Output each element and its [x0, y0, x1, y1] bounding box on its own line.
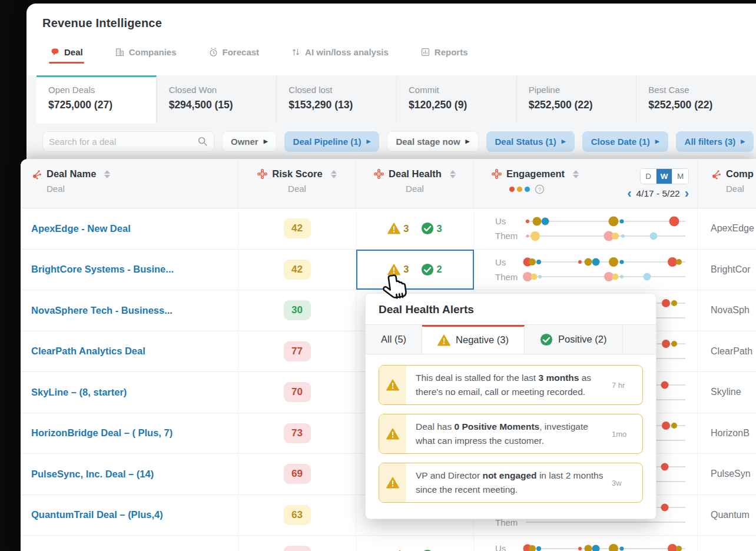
column-header-deal-name[interactable]: Deal Name Deal [21, 159, 238, 208]
engagement-dot [662, 421, 670, 430]
engagement-dot [578, 260, 582, 264]
company-cell: Quantum [698, 495, 756, 536]
legend-dot [525, 187, 530, 192]
filter-chip-close-date-1[interactable]: Close Date (1)▶ [582, 131, 668, 152]
deal-name-link[interactable]: BrightCore Systems - Busine... [31, 264, 174, 275]
revenue-intelligence-panel: Revenue Intelligence DealCompaniesForeca… [26, 4, 756, 159]
warning-icon [386, 379, 399, 391]
forecast-icon [208, 47, 218, 57]
pipeline-summary-cards: Open Deals $725,000 (27) Closed Won $294… [26, 75, 756, 124]
summary-card-pipeline[interactable]: Pipeline $252,500 (22) [516, 75, 636, 124]
summary-card-closed-lost[interactable]: Closed lost $153,290 (13) [276, 75, 396, 124]
period-toggle-m[interactable]: M [672, 169, 688, 184]
sort-control[interactable] [450, 170, 456, 178]
sort-control[interactable] [573, 170, 579, 178]
engagement-dot [671, 300, 677, 306]
risk-score-badge [284, 546, 311, 551]
caret-right-icon: ▶ [741, 138, 745, 144]
popup-tab-positive-2[interactable]: Positive (2) [525, 325, 623, 354]
engagement-dot [619, 260, 624, 264]
engagement-dot [669, 216, 679, 226]
company-cell: PulseSyn [698, 454, 756, 494]
popup-tabs: All (5)Negative (3)Positive (2) [366, 325, 656, 354]
company-cell: Skyline [698, 372, 756, 413]
question-icon[interactable]: ? [535, 184, 545, 194]
engagement-dot [584, 258, 592, 266]
engagement-dot [662, 340, 670, 348]
summary-card-closed-won[interactable]: Closed Won $294,500 (15) [157, 75, 277, 124]
summary-card-open-deals[interactable]: Open Deals $725,000 (27) [37, 75, 157, 124]
summary-label: Commit [409, 85, 516, 95]
tab-forecast[interactable]: Forecast [208, 47, 260, 57]
tab-reports[interactable]: Reports [420, 47, 468, 57]
period-toggle: DWM [640, 168, 689, 184]
engagement-dot [578, 547, 582, 550]
engagement-timeline [526, 522, 685, 523]
column-header-deal-health[interactable]: Deal Health Deal [356, 159, 474, 208]
summary-value: $120,250 (9) [409, 99, 516, 111]
period-toggle-w[interactable]: W [656, 169, 672, 184]
deal-name-link[interactable]: ClearPath Analytics Deal [31, 346, 145, 357]
engagement-dot [612, 274, 618, 280]
negative-count: 3 [403, 223, 409, 234]
next-range-button[interactable]: › [685, 188, 689, 199]
filter-chip-owner[interactable]: Owner▶ [222, 131, 277, 152]
field-icon [374, 169, 384, 179]
deal-health-cell[interactable]: 3 2 [356, 250, 474, 290]
filter-chip-deal-pipeline-1[interactable]: Deal Pipeline (1)▶ [284, 131, 380, 152]
engagement-dot [526, 220, 529, 223]
tab-deal[interactable]: Deal [50, 47, 83, 57]
engagement-dot [661, 504, 668, 512]
tab-ai-win-loss-analysis[interactable]: AI win/loss analysis [291, 47, 389, 57]
engagement-row-label: Us [495, 257, 526, 267]
engagement-dot [619, 546, 624, 550]
filter-chip-deal-status-1[interactable]: Deal Status (1)▶ [486, 131, 575, 152]
summary-label: Closed lost [289, 85, 396, 95]
deal-name-link[interactable]: HorizonBridge Deal – ( Plus, 7) [31, 427, 173, 439]
deal-name-link[interactable]: SkyLine – (8, starter) [31, 387, 127, 398]
column-header-engagement: Engagement ? DWM ‹ 4/17 - 5/22 › [474, 159, 698, 208]
risk-score-badge: 70 [284, 382, 311, 402]
deal-health-cell[interactable]: 3 3 [356, 208, 474, 249]
caret-right-icon: ▶ [562, 138, 566, 144]
period-toggle-d[interactable]: D [641, 169, 656, 184]
filter-chips: Owner▶ Deal Pipeline (1)▶ Deal stage now… [222, 131, 754, 152]
warning-icon [386, 428, 399, 440]
search-input[interactable] [49, 137, 197, 147]
deal-name-link[interactable]: NovaSphere Tech - Business... [31, 305, 173, 316]
deal-search[interactable] [42, 131, 214, 152]
engagement-cell: Us Them [474, 208, 698, 249]
deal-name-link[interactable]: PulseSync, Inc. Deal – (14) [31, 469, 154, 480]
deal-name-link[interactable]: ApexEdge - New Deal [31, 223, 131, 234]
column-header-risk-score[interactable]: Risk Score Deal [238, 159, 356, 208]
alert-text: VP and Director not engaged in last 2 mo… [406, 463, 612, 502]
summary-value: $252,500 (22) [529, 99, 636, 111]
company-cell: ApexEdge [698, 208, 756, 249]
table-header: Deal Name Deal Risk Score Deal Deal Heal… [21, 159, 756, 208]
engagement-dot [536, 546, 541, 551]
popup-tab-all-5[interactable]: All (5) [366, 325, 422, 354]
company-cell [698, 536, 756, 551]
summary-card-commit[interactable]: Commit $120,250 (9) [396, 75, 516, 124]
alert-timestamp: 1mo [612, 414, 642, 453]
check-icon [421, 222, 434, 235]
filter-chip-all-filters-3[interactable]: All filters (3)▶ [676, 131, 754, 152]
deal-health-cell[interactable] [356, 536, 474, 551]
ai-icon [291, 47, 301, 57]
engagement-dot [530, 231, 540, 241]
summary-value: $725,000 (27) [48, 99, 156, 111]
filter-bar: Owner▶ Deal Pipeline (1)▶ Deal stage now… [26, 124, 756, 159]
column-header-company[interactable]: Comp Deal [698, 159, 756, 208]
tab-companies[interactable]: Companies [115, 47, 177, 57]
alert-card: Deal has 0 Positive Moments, investigate… [379, 414, 643, 454]
prev-range-button[interactable]: ‹ [627, 188, 631, 199]
sort-control[interactable] [331, 170, 337, 178]
engagement-dot [661, 381, 668, 389]
engagement-timeline [526, 221, 685, 222]
summary-card-best-case[interactable]: Best Case $252,500 (22) [636, 75, 756, 124]
deal-name-link[interactable]: QuantumTrail Deal – (Plus,4) [31, 509, 163, 520]
engagement-dot [661, 463, 668, 470]
sort-control[interactable] [104, 170, 110, 178]
popup-tab-negative-3[interactable]: Negative (3) [422, 325, 525, 354]
filter-chip-deal-stage-now[interactable]: Deal stage now▶ [387, 131, 478, 152]
